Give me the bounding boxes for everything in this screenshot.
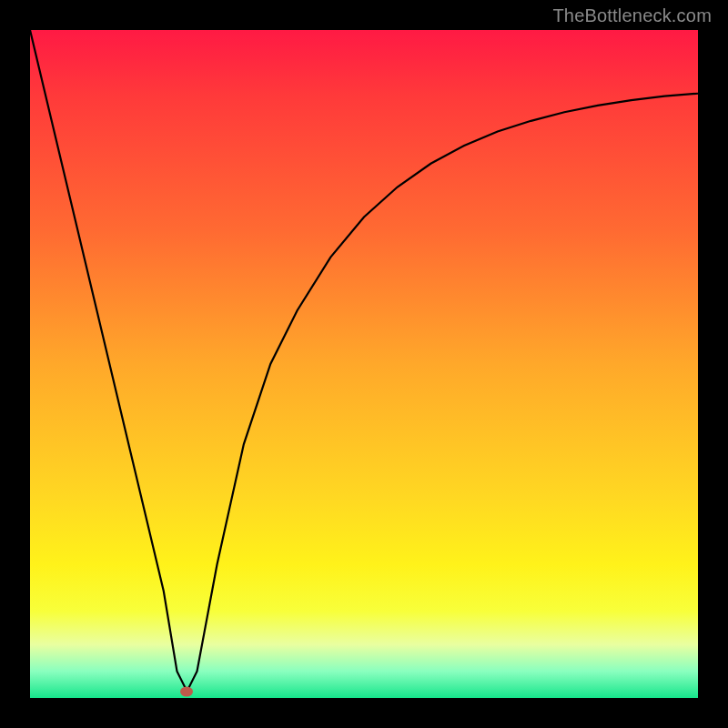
optimum-marker bbox=[180, 686, 193, 696]
chart-frame: TheBottleneck.com bbox=[0, 0, 728, 728]
curve-svg bbox=[30, 30, 698, 698]
bottleneck-curve bbox=[30, 30, 698, 692]
watermark-text: TheBottleneck.com bbox=[552, 5, 712, 26]
